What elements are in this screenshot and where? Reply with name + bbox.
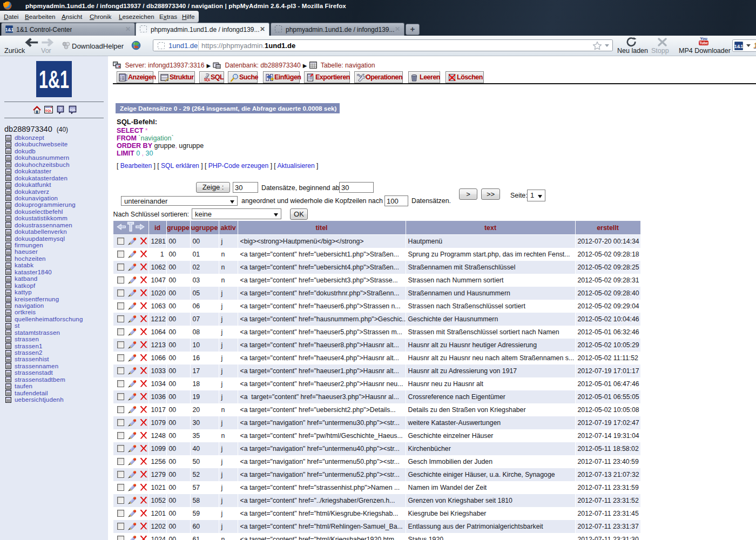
svg-text:SQL: SQL [70, 108, 76, 111]
svg-text:1&1: 1&1 [39, 65, 69, 93]
svg-text:Tube: Tube [699, 41, 708, 45]
svg-text:SQL: SQL [45, 109, 52, 112]
svg-text:1&1: 1&1 [734, 44, 743, 49]
svg-text:?: ? [59, 106, 62, 112]
svg-text:SQL: SQL [204, 78, 210, 82]
svg-text:1&1: 1&1 [5, 27, 14, 32]
svg-text:You: You [700, 36, 707, 41]
